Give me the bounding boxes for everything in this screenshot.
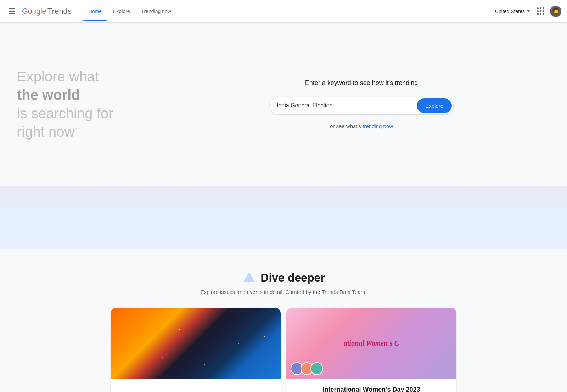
search-input[interactable] xyxy=(277,99,417,112)
avatar[interactable]: 🧔 xyxy=(550,6,561,17)
womens-day-image-text: ational Women's C xyxy=(340,336,403,351)
country-label: United States xyxy=(495,8,525,14)
card-nebula-body xyxy=(111,379,281,392)
apps-grid-icon[interactable] xyxy=(534,5,547,18)
hero-section: Explore what the world is searching for … xyxy=(0,23,567,186)
menu-icon[interactable] xyxy=(6,6,18,17)
header: Google Trends Home Explore Trending now … xyxy=(0,0,567,23)
or-text: or see what's xyxy=(330,123,361,129)
gradient-section xyxy=(0,186,567,249)
tagline-line3: is searching for xyxy=(17,106,113,121)
card-womens-day-body: International Women's Day 2023 xyxy=(286,379,456,392)
tagline-bold: the world xyxy=(17,87,80,103)
tagline-line4: right now xyxy=(17,124,74,140)
card-nebula-image xyxy=(111,308,281,379)
card-womens-day[interactable]: ational Women's C International Women's … xyxy=(286,308,456,392)
trending-now-link[interactable]: trending now xyxy=(363,123,393,129)
cards-section: ational Women's C International Women's … xyxy=(0,308,567,392)
hero-tagline-container: Explore what the world is searching for … xyxy=(0,23,156,186)
card-womens-day-image: ational Women's C xyxy=(286,308,456,379)
dive-deeper-title: Dive deeper xyxy=(260,271,325,284)
header-left: Google Trends xyxy=(6,6,72,17)
hero-search-container: Enter a keyword to see how it's trending… xyxy=(156,23,567,186)
nav-home[interactable]: Home xyxy=(83,1,107,21)
google-logo: Google xyxy=(22,7,46,16)
hero-tagline: Explore what the world is searching for … xyxy=(17,67,113,141)
dive-deeper-section: Dive deeper Explore issues and events in… xyxy=(0,249,567,392)
card-nebula[interactable] xyxy=(111,308,281,392)
trends-label: Trends xyxy=(47,7,72,16)
nav-trending[interactable]: Trending now xyxy=(136,1,177,21)
dive-deeper-header: Dive deeper xyxy=(0,271,567,285)
dive-deeper-icon xyxy=(242,271,256,285)
explore-button[interactable]: Explore xyxy=(417,98,452,113)
svg-marker-0 xyxy=(243,272,255,282)
nav-explore[interactable]: Explore xyxy=(107,1,135,21)
country-selector[interactable]: United States xyxy=(494,6,531,17)
search-prompt: Enter a keyword to see how it's trending xyxy=(305,79,418,87)
dropdown-arrow-icon xyxy=(527,10,530,12)
main-nav: Home Explore Trending now xyxy=(83,1,177,21)
card-womens-day-title: International Women's Day 2023 xyxy=(293,386,449,392)
tagline-line1: Explore what xyxy=(17,69,99,84)
trending-link-text: or see what's trending now xyxy=(330,123,393,129)
womens-day-circles xyxy=(293,362,323,375)
search-bar: Explore xyxy=(269,97,454,115)
header-right: United States 🧔 xyxy=(494,5,561,18)
logo: Google Trends xyxy=(22,7,72,16)
dive-deeper-subtitle: Explore issues and events in detail. Cur… xyxy=(0,289,567,295)
